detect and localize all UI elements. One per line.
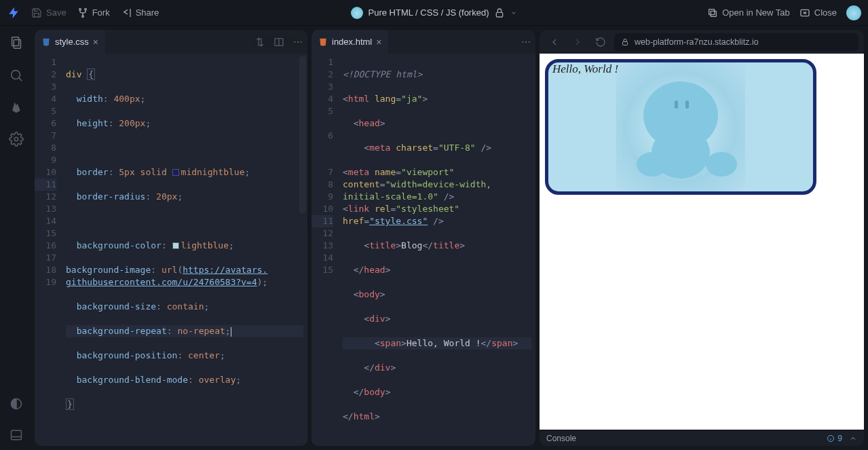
preview-toolbar: web-platform-ra7nzu.stackblitz.io bbox=[540, 30, 864, 54]
code-content-css[interactable]: div { width: 400px; height: 200px; borde… bbox=[64, 54, 307, 446]
arrow-left-icon bbox=[549, 37, 560, 48]
svg-point-19 bbox=[294, 41, 295, 42]
tab-label: index.html bbox=[332, 37, 372, 47]
share-icon bbox=[121, 7, 132, 18]
fork-button[interactable]: Fork bbox=[77, 7, 110, 18]
open-new-tab-button[interactable]: Open in New Tab bbox=[707, 7, 790, 18]
svg-rect-3 bbox=[497, 12, 503, 17]
tabbar-right: index.html × bbox=[312, 30, 535, 54]
preview-pane: web-platform-ra7nzu.stackblitz.io Hello,… bbox=[540, 30, 864, 446]
url-bar[interactable]: web-platform-ra7nzu.stackblitz.io bbox=[614, 33, 858, 51]
scrollbar[interactable] bbox=[299, 56, 306, 213]
html-file-icon bbox=[318, 37, 328, 47]
console-label: Console bbox=[546, 434, 576, 443]
chevron-down-icon bbox=[510, 7, 517, 18]
preview-hello-text: Hello, World ! bbox=[548, 61, 622, 77]
svg-point-20 bbox=[297, 41, 299, 42]
external-link-icon bbox=[707, 7, 718, 18]
code-content-html[interactable]: <!DOCTYPE html> <html lang="ja"> <head> … bbox=[341, 54, 535, 446]
svg-rect-9 bbox=[12, 37, 19, 46]
close-panel-icon bbox=[799, 7, 810, 18]
settings-gear-icon[interactable] bbox=[9, 132, 24, 147]
layout-icon[interactable] bbox=[10, 428, 23, 442]
tabbar-left: style.css × bbox=[35, 30, 307, 54]
search-icon[interactable] bbox=[9, 68, 24, 83]
editor-group-left: style.css × 1234567891011121314151617181… bbox=[35, 30, 307, 446]
compare-icon[interactable] bbox=[254, 37, 265, 48]
close-label: Close bbox=[814, 7, 837, 18]
svg-point-24 bbox=[529, 41, 530, 42]
svg-line-12 bbox=[19, 78, 22, 81]
info-icon bbox=[827, 434, 835, 443]
back-button[interactable] bbox=[545, 33, 564, 52]
open-new-tab-label: Open in New Tab bbox=[722, 7, 790, 18]
svg-rect-15 bbox=[12, 430, 22, 439]
reload-icon bbox=[595, 37, 606, 48]
svg-point-23 bbox=[525, 41, 527, 42]
reload-button[interactable] bbox=[591, 33, 610, 52]
svg-rect-4 bbox=[709, 9, 715, 14]
line-gutter: 123456789101112131415 bbox=[312, 54, 341, 446]
css-file-icon bbox=[41, 37, 51, 47]
project-title-bar[interactable]: Pure HTML / CSS / JS (forked) bbox=[351, 7, 518, 19]
chevron-up-icon[interactable] bbox=[849, 434, 857, 443]
preview-div: Hello, World ! bbox=[545, 59, 816, 195]
svg-point-22 bbox=[522, 41, 523, 42]
more-icon[interactable] bbox=[521, 37, 531, 48]
svg-point-21 bbox=[301, 41, 302, 42]
theme-icon[interactable] bbox=[10, 397, 23, 411]
fork-icon bbox=[77, 7, 88, 18]
lock-icon bbox=[621, 37, 629, 48]
editor-group-right: index.html × 123456789101112131415 <!DOC… bbox=[312, 30, 535, 446]
lock-icon bbox=[494, 7, 505, 18]
svg-rect-5 bbox=[711, 11, 717, 16]
stackblitz-logo bbox=[7, 6, 20, 20]
more-icon[interactable] bbox=[293, 37, 303, 48]
svg-rect-25 bbox=[623, 41, 628, 45]
close-tab-icon[interactable]: × bbox=[376, 37, 381, 48]
forward-button[interactable] bbox=[568, 33, 587, 52]
save-label: Save bbox=[46, 7, 67, 18]
svg-point-13 bbox=[14, 137, 18, 141]
tab-index-html[interactable]: index.html × bbox=[312, 30, 388, 54]
url-text: web-platform-ra7nzu.stackblitz.io bbox=[635, 37, 759, 47]
console-bar[interactable]: Console 9 bbox=[540, 430, 864, 446]
tab-label: style.css bbox=[55, 37, 89, 47]
project-title: Pure HTML / CSS / JS (forked) bbox=[369, 7, 489, 18]
close-tab-icon[interactable]: × bbox=[93, 37, 98, 48]
close-button[interactable]: Close bbox=[799, 7, 837, 18]
line-gutter: 12345678910111213141516171819 bbox=[35, 54, 64, 446]
svg-point-11 bbox=[12, 71, 20, 79]
topbar: Save Fork Share Pure HTML / CSS / JS (fo… bbox=[0, 0, 868, 26]
arrow-right-icon bbox=[572, 37, 583, 48]
project-avatar-icon bbox=[351, 7, 363, 19]
svg-rect-10 bbox=[14, 39, 20, 48]
user-avatar[interactable] bbox=[846, 5, 861, 20]
preview-body[interactable]: Hello, World ! bbox=[540, 54, 864, 430]
code-editor-css[interactable]: 12345678910111213141516171819 div { widt… bbox=[35, 54, 307, 446]
split-editor-icon[interactable] bbox=[273, 37, 284, 48]
save-button[interactable]: Save bbox=[31, 7, 67, 18]
fork-label: Fork bbox=[92, 7, 110, 18]
firebase-icon[interactable] bbox=[10, 100, 23, 114]
preview-bg-image bbox=[616, 62, 745, 191]
code-editor-html[interactable]: 123456789101112131415 <!DOCTYPE html> <h… bbox=[312, 54, 535, 446]
activity-bar bbox=[0, 26, 33, 450]
svg-point-0 bbox=[79, 8, 81, 10]
share-label: Share bbox=[136, 7, 159, 18]
tab-style-css[interactable]: style.css × bbox=[35, 30, 105, 54]
explorer-icon[interactable] bbox=[9, 35, 24, 50]
svg-point-1 bbox=[84, 8, 86, 10]
svg-point-2 bbox=[81, 16, 83, 18]
save-icon bbox=[31, 7, 42, 18]
share-button[interactable]: Share bbox=[121, 7, 159, 18]
console-info-badge[interactable]: 9 bbox=[827, 434, 842, 443]
